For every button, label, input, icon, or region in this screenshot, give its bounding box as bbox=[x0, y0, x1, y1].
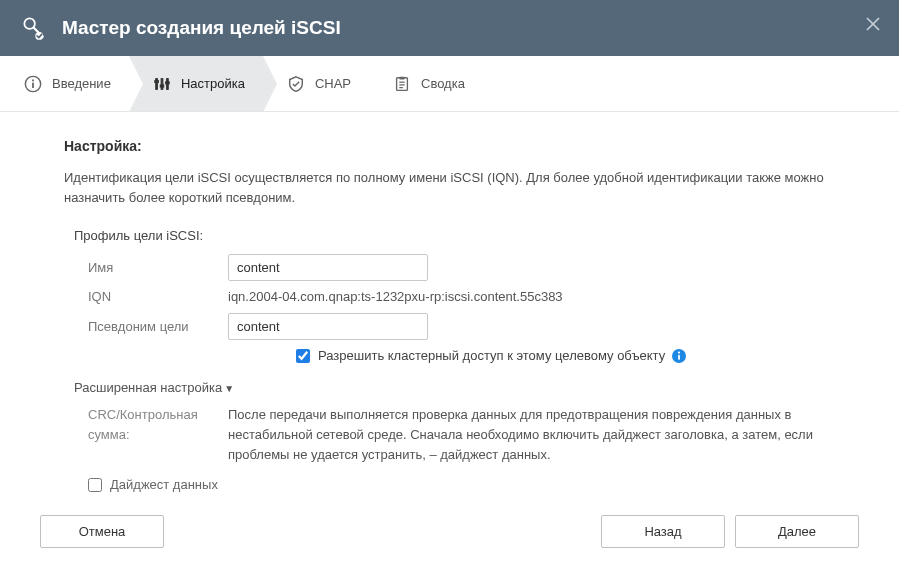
wizard-stepper: Введение Настройка CHAP bbox=[0, 56, 899, 112]
iqn-value: iqn.2004-04.com.qnap:ts-1232pxu-rp:iscsi… bbox=[228, 287, 563, 307]
profile-label: Профиль цели iSCSI: bbox=[74, 226, 839, 246]
svg-point-21 bbox=[678, 352, 680, 354]
svg-rect-6 bbox=[32, 82, 34, 87]
dialog-footer: Отмена Назад Далее bbox=[0, 501, 899, 570]
advanced-toggle[interactable]: Расширенная настройка ▼ bbox=[74, 378, 839, 398]
step-label: Сводка bbox=[421, 76, 465, 91]
step-summary[interactable]: Сводка bbox=[369, 56, 483, 111]
shield-icon bbox=[287, 75, 305, 93]
crc-label: CRC/Контрольная сумма: bbox=[88, 405, 228, 465]
close-button[interactable] bbox=[865, 14, 881, 36]
svg-rect-15 bbox=[399, 76, 404, 79]
digest-data-label: Дайджест данных bbox=[110, 475, 218, 495]
info-icon[interactable] bbox=[671, 348, 687, 364]
dialog-title: Мастер создания целей iSCSI bbox=[62, 17, 341, 39]
step-configure[interactable]: Настройка bbox=[129, 56, 263, 111]
allow-cluster-checkbox[interactable] bbox=[296, 349, 310, 363]
chevron-down-icon: ▼ bbox=[224, 381, 234, 397]
content-area: Настройка: Идентификация цели iSCSI осущ… bbox=[0, 112, 899, 501]
dialog-header: Мастер создания целей iSCSI bbox=[0, 0, 899, 56]
clipboard-icon bbox=[393, 75, 411, 93]
step-intro[interactable]: Введение bbox=[0, 56, 129, 111]
alias-label: Псевдоним цели bbox=[88, 317, 228, 337]
wizard-icon bbox=[20, 14, 48, 42]
alias-input[interactable] bbox=[228, 313, 428, 340]
step-label: Введение bbox=[52, 76, 111, 91]
section-title: Настройка: bbox=[64, 136, 839, 158]
digest-data-checkbox[interactable] bbox=[88, 478, 102, 492]
svg-rect-14 bbox=[397, 77, 408, 90]
iqn-label: IQN bbox=[88, 287, 228, 307]
info-icon bbox=[24, 75, 42, 93]
step-label: CHAP bbox=[315, 76, 351, 91]
advanced-label: Расширенная настройка bbox=[74, 378, 222, 398]
svg-rect-7 bbox=[32, 79, 34, 81]
svg-rect-12 bbox=[160, 84, 164, 86]
name-input[interactable] bbox=[228, 254, 428, 281]
intro-text: Идентификация цели iSCSI осуществляется … bbox=[64, 168, 839, 208]
step-chap[interactable]: CHAP bbox=[263, 56, 369, 111]
svg-rect-20 bbox=[678, 355, 680, 360]
svg-rect-11 bbox=[155, 80, 159, 82]
cancel-button[interactable]: Отмена bbox=[40, 515, 164, 548]
allow-cluster-label: Разрешить кластерный доступ к этому целе… bbox=[318, 346, 665, 366]
svg-rect-9 bbox=[161, 78, 163, 89]
step-label: Настройка bbox=[181, 76, 245, 91]
sliders-icon bbox=[153, 75, 171, 93]
next-button[interactable]: Далее bbox=[735, 515, 859, 548]
crc-description: После передачи выполняется проверка данн… bbox=[228, 405, 828, 465]
svg-rect-13 bbox=[165, 81, 169, 83]
back-button[interactable]: Назад bbox=[601, 515, 725, 548]
name-label: Имя bbox=[88, 258, 228, 278]
